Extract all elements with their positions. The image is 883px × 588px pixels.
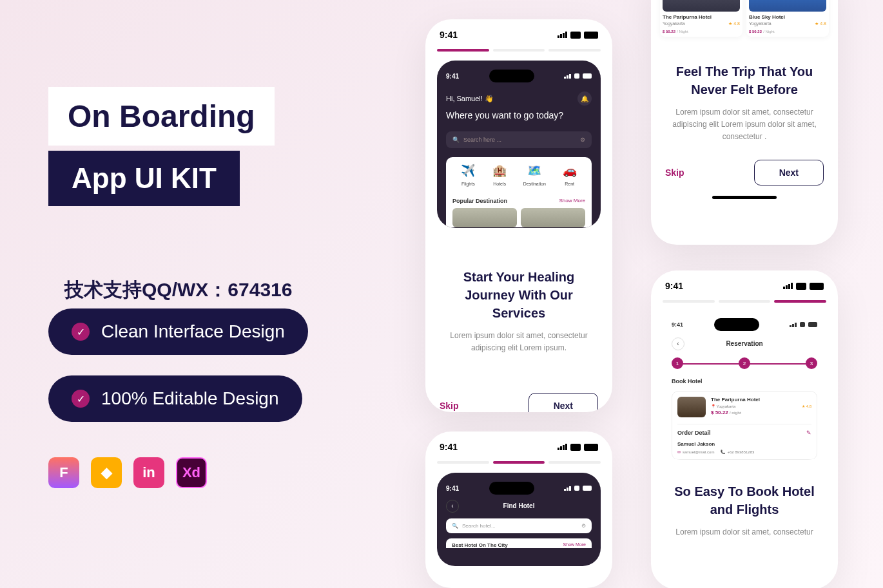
- back-icon[interactable]: ‹: [446, 500, 459, 513]
- notch: [489, 482, 534, 495]
- feature-2-text: 100% Editable Design: [101, 388, 279, 409]
- battery-icon: [584, 32, 598, 39]
- progress-step-2: [493, 461, 545, 464]
- hotel-image: [677, 397, 706, 417]
- hotel-name: The Paripurna Hotel: [663, 14, 740, 20]
- customer-name: Samuel Jakson: [677, 441, 811, 450]
- popular-destination-title: Popular Destination: [452, 198, 507, 204]
- progress-step-2: [493, 49, 545, 52]
- onboarding-actions: Skip Next: [651, 144, 838, 191]
- order-detail-row: Order Detail ✎: [677, 424, 811, 441]
- onboarding-title: Feel The Trip That You Never Felt Before: [651, 37, 838, 106]
- onboarding-subtitle: Lorem ipsum dolor sit amet, consectetur: [651, 526, 838, 538]
- next-button[interactable]: Next: [529, 393, 598, 412]
- status-bar: 9:41: [425, 432, 612, 457]
- xd-icon: Xd: [176, 457, 207, 488]
- onboarding-progress: [425, 457, 612, 473]
- hotel-name: The Paripurna Hotel: [711, 397, 811, 403]
- filter-icon[interactable]: ⚙: [581, 523, 586, 529]
- inner-status-bar: 9:41: [446, 70, 592, 82]
- figma-icon: F: [48, 457, 79, 488]
- onboarding-subtitle: Lorem ipsum dolor sit amet, consectetur …: [651, 106, 838, 144]
- phone-mockup-4: 9:41 9:41 ‹ Find Hotel 🔍 Search hotel...…: [425, 432, 612, 588]
- popular-destination-row: Popular Destination Show More: [446, 193, 592, 204]
- category-row: ✈️Flights 🏨Hotels 🗺️Destination 🚗Rent: [446, 157, 592, 193]
- progress-step-1: [437, 461, 489, 464]
- feature-pill-1: ✓ Clean Interface Design: [48, 308, 308, 355]
- feature-1-text: Clean Interface Design: [101, 321, 285, 342]
- search-icon: 🔍: [452, 137, 460, 143]
- show-more-link[interactable]: Show More: [559, 198, 585, 204]
- notch: [489, 70, 534, 82]
- destination-image[interactable]: [452, 208, 517, 227]
- hotel-price: $ 50.22 / night: [711, 410, 811, 415]
- check-icon: ✓: [72, 323, 90, 341]
- phone-mockup-3: 9:41 9:41 ‹ Reservation 1 2 3 Book Hotel: [651, 270, 838, 588]
- status-time: 9:41: [440, 30, 458, 40]
- watermark-text: 技术支持QQ/WX：674316: [64, 277, 358, 303]
- progress-step-3: [774, 300, 826, 303]
- hotel-image: ♡: [663, 0, 740, 12]
- cat-destination[interactable]: 🗺️Destination: [523, 164, 546, 186]
- status-icons: [783, 283, 824, 290]
- step-3: 3: [806, 357, 817, 369]
- greeting-row: Hi, Samuel! 👋 🔔: [446, 91, 592, 106]
- cat-hotels[interactable]: 🏨Hotels: [492, 164, 507, 186]
- hotel-name: Blue Sky Hotel: [749, 14, 826, 20]
- reservation-title: Reservation: [726, 340, 762, 347]
- contact-row: ✉samuel@mail.com 📞+62 893851283: [677, 450, 811, 459]
- hotel-card-2[interactable]: ♡ Blue Sky Hotel Yogyakarta★ 4.8 $ 50.22…: [746, 0, 829, 37]
- hotel-price: $ 50.22 / Night: [749, 28, 826, 34]
- progress-step-1: [663, 300, 715, 303]
- inner-home-preview: 9:41 Hi, Samuel! 👋 🔔 Where you want to g…: [437, 61, 601, 228]
- design-tools-row: F ◆ in Xd: [48, 457, 207, 488]
- destination-image[interactable]: [521, 208, 585, 227]
- search-placeholder: Search here ...: [463, 137, 501, 143]
- hotel-cards-row: ♡ The Paripurna Hotel Yogyakarta★ 4.8 $ …: [651, 0, 838, 37]
- back-icon[interactable]: ‹: [672, 337, 684, 350]
- bell-icon[interactable]: 🔔: [577, 91, 592, 106]
- hero-question: Where you want to go today?: [446, 109, 592, 122]
- next-button[interactable]: Next: [754, 160, 824, 185]
- progress-step-1: [437, 49, 489, 52]
- signal-icon: [558, 32, 567, 38]
- best-hotel-row: Best Hotel On The City Show More: [446, 538, 592, 548]
- search-input[interactable]: 🔍 Search here ... ⚙: [446, 131, 592, 148]
- title-line-2: App UI KIT: [72, 162, 217, 194]
- onboarding-progress: [425, 45, 612, 61]
- edit-icon[interactable]: ✎: [806, 430, 811, 436]
- onboarding-progress: [651, 296, 838, 312]
- feature-pill-2: ✓ 100% Editable Design: [48, 375, 302, 422]
- wifi-icon: [570, 32, 581, 39]
- phone-mockup-2: Best Hotel On The City Show More ♡ The P…: [651, 0, 838, 245]
- status-icons: [558, 32, 598, 39]
- best-hotel-title: Best Hotel On The City: [452, 542, 508, 548]
- phone-icon: 📞: [721, 450, 725, 454]
- step-2: 2: [739, 357, 750, 369]
- title-line-1: On Boarding: [68, 99, 255, 134]
- search-icon: 🔍: [452, 523, 458, 529]
- cat-flights[interactable]: ✈️Flights: [460, 164, 476, 186]
- filter-icon[interactable]: ⚙: [580, 137, 585, 143]
- order-detail-label: Order Detail: [677, 430, 711, 436]
- skip-button[interactable]: Skip: [665, 167, 684, 178]
- email-icon: ✉: [677, 450, 681, 454]
- step-1: 1: [672, 357, 683, 369]
- sketch-icon: ◆: [91, 457, 122, 488]
- left-panel: On Boarding App UI KIT 技术支持QQ/WX：674316 …: [48, 87, 358, 422]
- title-box-1: On Boarding: [48, 87, 275, 146]
- hotel-card-1[interactable]: ♡ The Paripurna Hotel Yogyakarta★ 4.8 $ …: [660, 0, 742, 37]
- progress-step-3: [548, 461, 601, 464]
- progress-step-2: [719, 300, 771, 303]
- home-indicator: [712, 196, 777, 199]
- onboarding-title: Start Your Healing Journey With Our Serv…: [425, 236, 612, 330]
- skip-button[interactable]: Skip: [440, 401, 459, 411]
- show-more-link[interactable]: Show More: [563, 542, 586, 548]
- invision-icon: in: [133, 457, 164, 488]
- search-input[interactable]: 🔍 Search hotel... ⚙: [446, 518, 592, 533]
- book-hotel-label: Book Hotel: [672, 378, 817, 384]
- status-bar: 9:41: [651, 270, 838, 296]
- cat-rent[interactable]: 🚗Rent: [562, 164, 577, 186]
- find-hotel-header: ‹ Find Hotel: [446, 502, 592, 509]
- search-placeholder: Search hotel...: [462, 523, 496, 529]
